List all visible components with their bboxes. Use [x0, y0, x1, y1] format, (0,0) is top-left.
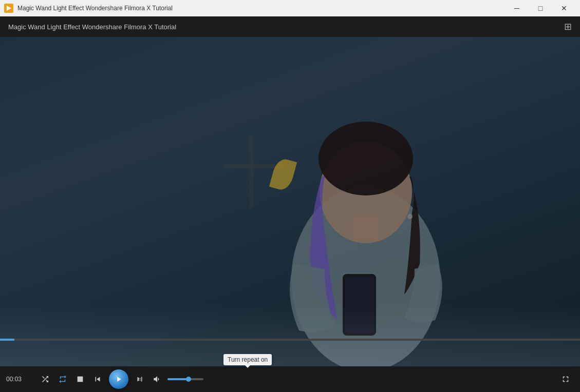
minimize-button[interactable]: ─	[505, 0, 529, 16]
volume-thumb	[186, 377, 191, 382]
video-area[interactable]	[0, 37, 580, 366]
svg-rect-11	[78, 377, 83, 382]
svg-rect-2	[249, 136, 253, 208]
controls-center	[37, 369, 203, 389]
volume-icon	[153, 375, 162, 384]
previous-icon	[93, 375, 102, 384]
time-display: 00:03	[6, 376, 27, 383]
play-button[interactable]	[109, 369, 128, 389]
next-icon	[135, 375, 144, 384]
video-person	[258, 64, 474, 366]
app-bar: Magic Wand Light Effect Wondershare Film…	[0, 16, 580, 37]
progress-bar-fill	[0, 339, 14, 341]
volume-area	[149, 371, 203, 387]
controls-bar: 00:03	[0, 366, 580, 392]
video-frame	[0, 37, 580, 366]
title-bar-left: Magic Wand Light Effect Wondershare Film…	[4, 4, 173, 13]
stop-icon	[76, 375, 84, 383]
shuffle-button[interactable]	[37, 371, 53, 387]
window-controls: ─ □ ✕	[505, 0, 576, 16]
svg-point-10	[407, 214, 413, 219]
svg-point-7	[319, 122, 413, 195]
app-icon	[4, 4, 13, 13]
repeat-icon	[58, 375, 67, 384]
maximize-button[interactable]: □	[529, 0, 552, 16]
grid-view-icon[interactable]: ⊞	[564, 21, 572, 32]
close-button[interactable]: ✕	[552, 0, 576, 16]
previous-button[interactable]	[89, 371, 106, 387]
video-progress-bar[interactable]	[0, 339, 580, 341]
volume-button[interactable]	[149, 371, 165, 387]
stop-button[interactable]	[72, 371, 88, 387]
repeat-button[interactable]	[54, 371, 71, 387]
volume-slider[interactable]	[167, 378, 203, 380]
fullscreen-button[interactable]	[557, 371, 574, 387]
fullscreen-icon	[561, 375, 570, 384]
controls-left: 00:03	[6, 376, 33, 383]
play-icon	[115, 375, 123, 383]
window-title: Magic Wand Light Effect Wondershare Film…	[17, 5, 173, 12]
next-button[interactable]	[132, 371, 148, 387]
app-bar-title: Magic Wand Light Effect Wondershare Film…	[8, 23, 176, 31]
shuffle-icon	[41, 375, 50, 384]
title-bar: Magic Wand Light Effect Wondershare Film…	[0, 0, 580, 16]
svg-rect-9	[345, 277, 374, 333]
